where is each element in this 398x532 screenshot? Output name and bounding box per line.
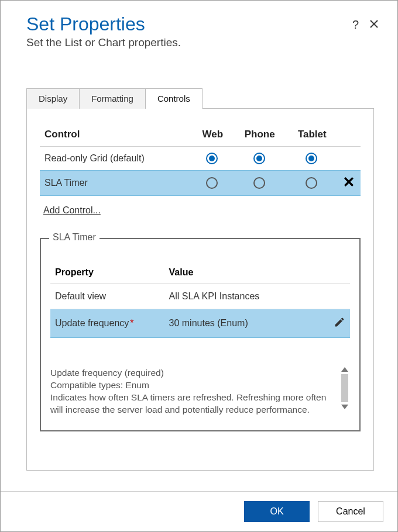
radio-tablet[interactable] <box>306 153 317 164</box>
radio-phone[interactable] <box>253 177 265 189</box>
tab-controls[interactable]: Controls <box>146 88 203 109</box>
scroll-up-icon[interactable] <box>341 367 348 372</box>
property-name: Default view <box>50 284 164 309</box>
radio-tablet[interactable] <box>306 177 317 189</box>
sla-timer-fieldset: SLA Timer Property Value Default view Al… <box>40 238 361 431</box>
radio-web[interactable] <box>206 153 218 164</box>
col-property: Property <box>50 262 164 284</box>
control-row-sla-timer[interactable]: SLA Timer <box>40 171 361 196</box>
dialog-subtitle: Set the List or Chart properties. <box>26 36 374 49</box>
radio-phone[interactable] <box>253 153 265 164</box>
edit-icon[interactable] <box>334 320 345 330</box>
col-value: Value <box>164 262 327 284</box>
add-control-link[interactable]: Add Control... <box>43 205 101 216</box>
controls-table: Control Web Phone Tablet Read-only Grid … <box>40 125 361 196</box>
footer: OK Cancel <box>1 491 397 531</box>
col-tablet: Tablet <box>286 125 337 147</box>
help-icon[interactable]: ? <box>352 18 359 32</box>
col-phone: Phone <box>232 125 286 147</box>
ok-button[interactable]: OK <box>244 501 310 522</box>
property-row-update-frequency[interactable]: Update frequency* 30 minutes (Enum) <box>50 309 350 338</box>
remove-control-icon[interactable] <box>344 179 354 189</box>
control-name: Read-only Grid (default) <box>40 147 192 171</box>
property-value: 30 minutes (Enum) <box>164 309 327 338</box>
required-star-icon: * <box>130 318 133 328</box>
col-control: Control <box>40 125 192 147</box>
scroll-down-icon[interactable] <box>341 405 348 409</box>
dialog-title: Set Properties <box>26 13 374 35</box>
radio-web[interactable] <box>206 177 218 189</box>
cancel-button[interactable]: Cancel <box>318 501 383 522</box>
property-description: Update frequency (required) Compatible t… <box>50 367 336 416</box>
tab-display[interactable]: Display <box>26 88 80 109</box>
col-actions <box>337 125 361 147</box>
description-scrollbar[interactable] <box>339 367 350 416</box>
tab-formatting[interactable]: Formatting <box>80 88 146 109</box>
properties-table: Property Value Default view All SLA KPI … <box>50 262 350 338</box>
property-value: All SLA KPI Instances <box>164 284 327 309</box>
property-name: Update frequency* <box>50 309 164 338</box>
fieldset-legend: SLA Timer <box>49 232 100 243</box>
control-name: SLA Timer <box>40 171 192 196</box>
property-row-default-view[interactable]: Default view All SLA KPI Instances <box>50 284 350 309</box>
controls-panel: Control Web Phone Tablet Read-only Grid … <box>26 108 374 471</box>
scroll-thumb[interactable] <box>341 374 348 402</box>
col-web: Web <box>192 125 232 147</box>
control-row-read-only-grid[interactable]: Read-only Grid (default) <box>40 147 361 171</box>
tab-bar: Display Formatting Controls <box>26 88 374 108</box>
close-icon[interactable] <box>369 18 379 32</box>
